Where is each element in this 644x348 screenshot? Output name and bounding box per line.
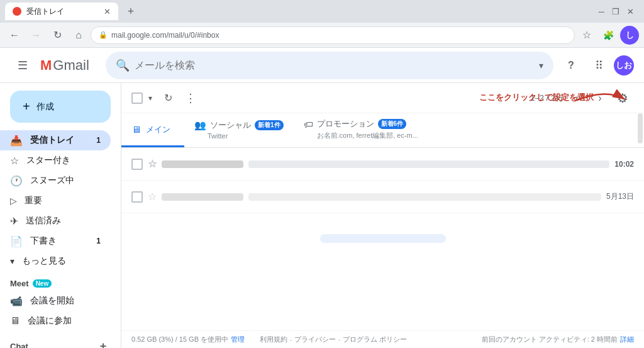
tab-social-badge: 新着1件 <box>255 120 284 130</box>
sidebar-item-drafts[interactable]: 📄 下書き 1 <box>0 231 111 251</box>
refresh-button[interactable]: ↻ <box>158 88 178 108</box>
drafts-badge: 1 <box>96 237 101 245</box>
email-list: ☆ 10:02 ☆ 5月13日 <box>121 148 644 330</box>
header-right: ? ⠿ しお <box>558 53 634 78</box>
details-link[interactable]: 詳細 <box>620 335 634 344</box>
next-page-button[interactable]: › <box>591 89 609 107</box>
email-checkbox[interactable] <box>131 191 143 203</box>
search-bar[interactable]: 🔍 ▾ <box>106 52 553 79</box>
chat-section-header: Chat + <box>0 336 121 348</box>
tab-main-icon: 🖥 <box>131 124 141 135</box>
program-link[interactable]: プログラム ポリシー <box>343 335 407 344</box>
extension-icon[interactable]: 🧩 <box>599 26 618 45</box>
email-sender-blurred <box>162 160 243 168</box>
address-text: mail.google.com/mail/u/0/#inbox <box>111 31 219 40</box>
email-star-icon[interactable]: ☆ <box>148 191 157 203</box>
sidebar-item-important[interactable]: ▷ 重要 <box>0 191 111 211</box>
sidebar-item-start-meeting[interactable]: 📹 会議を開始 <box>0 291 111 311</box>
email-sender-blurred-2 <box>162 193 243 201</box>
storage-text: 0.52 GB (3%) / 15 GB を使用中 <box>131 335 228 344</box>
sidebar-item-snoozed[interactable]: 🕐 スヌーズ中 <box>0 171 111 191</box>
privacy-link[interactable]: プライバシー <box>294 335 336 344</box>
inbox-badge: 1 <box>96 136 101 145</box>
sent-icon: ✈ <box>10 215 18 227</box>
sidebar-item-inbox[interactable]: 📥 受信トレイ 1 <box>0 130 111 150</box>
chat-add-button[interactable]: + <box>96 339 111 348</box>
hamburger-menu[interactable]: ☰ <box>10 53 35 78</box>
gmail-container: ☰ M Gmail 🔍 ▾ ? ⠿ しお + 作成 📥 <box>0 48 644 348</box>
help-button[interactable]: ? <box>558 53 584 78</box>
tab-main[interactable]: 🖥 メイン <box>121 113 184 147</box>
search-input[interactable] <box>135 60 534 71</box>
select-dropdown-icon[interactable]: ▾ <box>145 93 155 103</box>
tab-social-icon: 👥 <box>194 120 206 131</box>
email-snippet-blurred-2 <box>248 193 601 201</box>
search-dropdown-icon[interactable]: ▾ <box>539 60 543 70</box>
inbox-icon: 📥 <box>10 135 23 147</box>
reload-button[interactable]: ↻ <box>48 26 67 45</box>
tab-promotions-icon: 🏷 <box>304 119 313 130</box>
tab-favicon <box>13 7 21 16</box>
sidebar-item-starred[interactable]: ☆ スター付き <box>0 150 111 171</box>
home-button[interactable]: ⌂ <box>69 26 88 45</box>
chat-section: Chat + 最近のチャットはありません 新しいチャットを開始しませんか <box>0 331 121 348</box>
email-star-icon[interactable]: ☆ <box>148 158 157 170</box>
gmail-header: ☰ M Gmail 🔍 ▾ ? ⠿ しお <box>0 48 644 83</box>
start-meeting-label: 会議を開始 <box>30 295 74 306</box>
bookmark-icon[interactable]: ☆ <box>577 26 596 45</box>
browser-tab[interactable]: 受信トレイ ✕ <box>5 3 118 20</box>
compose-button[interactable]: + 作成 <box>10 91 111 123</box>
address-bar[interactable]: 🔒 mail.google.com/mail/u/0/#inbox <box>91 26 575 44</box>
tab-close-icon[interactable]: ✕ <box>104 7 111 16</box>
user-avatar[interactable]: しお <box>614 55 634 76</box>
inbox-label: 受信トレイ <box>30 135 74 146</box>
new-tab-button[interactable]: + <box>122 3 140 20</box>
profile-icon[interactable]: し <box>620 26 639 45</box>
search-icon: 🔍 <box>116 59 130 72</box>
manage-link[interactable]: 管理 <box>231 335 245 344</box>
sidebar-item-more[interactable]: ▾ もっと見る <box>0 251 111 271</box>
drafts-label: 下書き <box>30 235 57 247</box>
meet-section-title: Meet New <box>0 271 121 291</box>
sidebar: + 作成 📥 受信トレイ 1 ☆ スター付き 🕐 スヌーズ中 ▷ 重要 <box>0 83 121 348</box>
starred-icon: ☆ <box>10 155 19 167</box>
gmail-body: + 作成 📥 受信トレイ 1 ☆ スター付き 🕐 スヌーズ中 ▷ 重要 <box>0 83 644 348</box>
settings-gear-button[interactable]: ⚙ <box>611 87 634 109</box>
email-tabs: 🖥 メイン 👥 ソーシャル 新着1件 Twitter 🏷 プロモーション <box>121 113 644 148</box>
forward-button[interactable]: → <box>26 26 45 45</box>
restore-icon[interactable]: ❐ <box>612 7 619 16</box>
select-all-checkbox[interactable] <box>131 93 143 104</box>
email-panel: ▾ ↻ ⋮ 1–2 / 2行 ‹ › ⚙ ここをクリックして設定を選択 <box>121 83 644 348</box>
prev-page-button[interactable]: ‹ <box>569 89 586 107</box>
apps-button[interactable]: ⠿ <box>586 53 611 78</box>
terms-link[interactable]: 利用規約 <box>260 335 287 344</box>
lock-icon: 🔒 <box>99 31 108 39</box>
snoozed-icon: 🕐 <box>10 175 23 187</box>
email-row[interactable]: ☆ 10:02 <box>121 148 644 181</box>
compose-plus-icon: + <box>23 99 30 114</box>
important-icon: ▷ <box>10 196 17 206</box>
meet-new-badge: New <box>33 279 52 288</box>
tab-promotions-label: プロモーション <box>317 118 374 130</box>
footer-dot-1: · <box>290 336 292 344</box>
tab-promotions[interactable]: 🏷 プロモーション 新着6件 お名前.com, ferret編集部, ec-m.… <box>294 113 428 147</box>
email-row[interactable]: ☆ 5月13日 <box>121 181 644 213</box>
email-checkbox[interactable] <box>131 159 143 170</box>
email-time: 10:02 <box>614 160 634 169</box>
back-button[interactable]: ← <box>5 26 24 45</box>
email-time-2: 5月13日 <box>606 191 634 202</box>
join-meeting-label: 会議に参加 <box>28 315 72 327</box>
email-footer: 0.52 GB (3%) / 15 GB を使用中 管理 利用規約 · プライバ… <box>121 330 644 348</box>
tab-social[interactable]: 👥 ソーシャル 新着1件 Twitter <box>184 113 294 147</box>
sidebar-item-sent[interactable]: ✈ 送信済み <box>0 211 111 231</box>
minimize-icon[interactable]: ─ <box>599 7 604 16</box>
monitor-icon: 🖥 <box>10 315 20 327</box>
more-options-button[interactable]: ⋮ <box>180 88 201 108</box>
tab-promotions-badge: 新着6件 <box>378 119 407 129</box>
scrollbar[interactable] <box>638 113 643 143</box>
window-controls: ─ ❐ ✕ <box>599 7 639 16</box>
gmail-logo: M Gmail <box>40 57 91 74</box>
activity-text: 前回のアカウント アクティビティ: 2 時間前 <box>482 335 618 344</box>
close-icon[interactable]: ✕ <box>627 7 634 16</box>
sidebar-item-join-meeting[interactable]: 🖥 会議に参加 <box>0 311 111 331</box>
